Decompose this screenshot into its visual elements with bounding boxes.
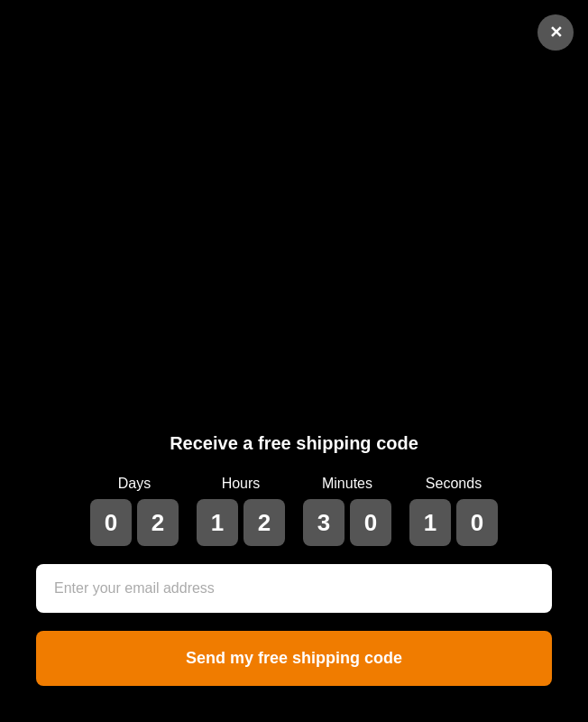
countdown-digits-minutes: 30: [303, 499, 391, 546]
digit-box-days-0: 0: [90, 499, 132, 546]
digit-box-seconds-0: 1: [409, 499, 451, 546]
email-input[interactable]: [36, 564, 552, 613]
countdown-unit-days: Days02: [90, 476, 179, 546]
digit-box-hours-0: 1: [197, 499, 238, 546]
page-title: Receive a free shipping code: [170, 433, 418, 454]
countdown-label-days: Days: [118, 476, 151, 492]
countdown-label-seconds: Seconds: [426, 476, 482, 492]
countdown-digits-hours: 12: [197, 499, 285, 546]
countdown-unit-hours: Hours12: [197, 476, 285, 546]
countdown-digits-seconds: 10: [409, 499, 498, 546]
digit-box-hours-1: 2: [243, 499, 285, 546]
countdown-label-hours: Hours: [222, 476, 261, 492]
submit-button[interactable]: Send my free shipping code: [36, 631, 552, 686]
countdown-digits-days: 02: [90, 499, 179, 546]
digit-box-days-1: 2: [137, 499, 179, 546]
countdown-unit-seconds: Seconds10: [409, 476, 498, 546]
close-button[interactable]: ✕: [537, 14, 574, 51]
digit-box-minutes-0: 3: [303, 499, 345, 546]
digit-box-minutes-1: 0: [350, 499, 391, 546]
countdown-container: Days02Hours12Minutes30Seconds10: [90, 476, 498, 546]
countdown-label-minutes: Minutes: [322, 476, 372, 492]
digit-box-seconds-1: 0: [456, 499, 498, 546]
countdown-unit-minutes: Minutes30: [303, 476, 391, 546]
bottom-section: Receive a free shipping code Days02Hours…: [0, 433, 588, 722]
